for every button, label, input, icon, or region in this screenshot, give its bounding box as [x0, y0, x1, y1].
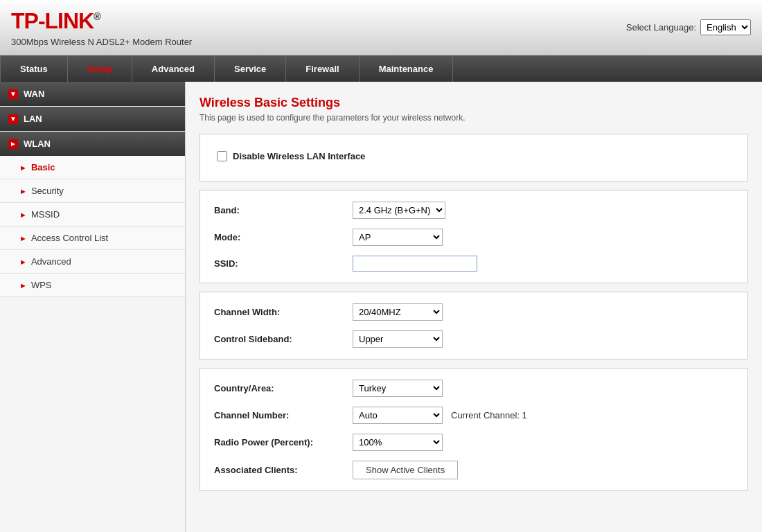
mode-row: Mode: AP: [214, 229, 734, 246]
channel-number-row: Channel Number: Auto Current Channel: 1: [214, 407, 734, 424]
sidebar-lan-label: LAN: [24, 114, 42, 124]
band-control: 2.4 GHz (B+G+N): [353, 202, 734, 219]
channel-width-control: 20/40MHZ: [353, 303, 734, 321]
disable-wireless-row: Disable Wireless LAN Interface: [214, 145, 734, 167]
channel-width-row: Channel Width: 20/40MHZ: [214, 303, 734, 321]
nav-service[interactable]: Service: [215, 55, 286, 82]
nav-setup[interactable]: Setup: [68, 55, 132, 82]
sidebar-header-wan[interactable]: ▼ WAN: [0, 82, 185, 106]
radio-power-control: 100%: [353, 434, 734, 451]
associated-clients-label: Associated Clients:: [214, 465, 353, 475]
sidebar-item-security[interactable]: ► Security: [0, 179, 185, 203]
section-country-power: Country/Area: Turkey Channel Number: Aut…: [200, 368, 748, 491]
country-row: Country/Area: Turkey: [214, 380, 734, 397]
channel-number-control: Auto Current Channel: 1: [353, 407, 734, 424]
nav-advanced[interactable]: Advanced: [132, 55, 215, 82]
channel-width-select[interactable]: 20/40MHZ: [353, 303, 443, 321]
logo-reg: ®: [94, 11, 100, 22]
sidebar-group-wlan: ► WLAN ► Basic ► Security ► MSSID ► Acce…: [0, 132, 185, 297]
nav-maintenance[interactable]: Maintenance: [360, 55, 454, 82]
advanced-bullet: ►: [19, 258, 27, 266]
associated-clients-control: Show Active Clients: [353, 461, 734, 479]
control-sideband-control: Upper: [353, 330, 734, 348]
disable-wireless-label: Disable Wireless LAN Interface: [233, 151, 365, 161]
ssid-label: SSID:: [214, 258, 353, 269]
country-select[interactable]: Turkey: [353, 380, 443, 397]
security-bullet: ►: [19, 187, 27, 195]
show-active-clients-button[interactable]: Show Active Clients: [353, 461, 458, 479]
section-channel: Channel Width: 20/40MHZ Control Sideband…: [200, 292, 748, 360]
sidebar-item-mssid[interactable]: ► MSSID: [0, 203, 185, 227]
sidebar-wps-label: WPS: [31, 280, 52, 290]
country-label: Country/Area:: [214, 383, 353, 393]
mode-control: AP: [353, 229, 734, 246]
acl-bullet: ►: [19, 234, 27, 242]
sidebar-header-wlan[interactable]: ► WLAN: [0, 132, 185, 156]
language-selector-area: Select Language: English: [626, 19, 751, 35]
logo-text: TP-LINK®: [11, 8, 100, 33]
basic-bullet: ►: [19, 163, 27, 172]
main-layout: ▼ WAN ▼ LAN ► WLAN ► Basic ► Security: [0, 82, 762, 532]
sidebar-mssid-label: MSSID: [31, 209, 60, 220]
sidebar: ▼ WAN ▼ LAN ► WLAN ► Basic ► Security: [0, 82, 186, 532]
nav-firewall[interactable]: Firewall: [286, 55, 359, 82]
main-nav: Status Setup Advanced Service Firewall M…: [0, 55, 762, 82]
current-channel-info: Current Channel: 1: [451, 410, 527, 420]
control-sideband-row: Control Sideband: Upper: [214, 330, 734, 348]
language-select[interactable]: English: [700, 19, 751, 35]
sidebar-group-wan: ▼ WAN: [0, 82, 185, 106]
page-title: Wireless Basic Settings: [200, 96, 748, 110]
lan-arrow: ▼: [8, 114, 18, 124]
mssid-bullet: ►: [19, 211, 27, 219]
ssid-row: SSID:: [214, 256, 734, 272]
radio-power-label: Radio Power (Percent):: [214, 437, 353, 447]
channel-number-label: Channel Number:: [214, 410, 353, 420]
section-band-mode-ssid: Band: 2.4 GHz (B+G+N) Mode: AP SSID:: [200, 190, 748, 283]
lang-label: Select Language:: [626, 22, 696, 33]
wps-bullet: ►: [19, 281, 27, 290]
nav-status[interactable]: Status: [0, 55, 68, 82]
sidebar-group-lan: ▼ LAN: [0, 107, 185, 131]
radio-power-row: Radio Power (Percent): 100%: [214, 434, 734, 451]
sidebar-wlan-label: WLAN: [24, 139, 51, 149]
channel-width-label: Channel Width:: [214, 307, 353, 317]
sidebar-item-acl[interactable]: ► Access Control List: [0, 227, 185, 250]
control-sideband-label: Control Sideband:: [214, 334, 353, 344]
sidebar-item-basic[interactable]: ► Basic: [0, 156, 185, 179]
sidebar-item-wps[interactable]: ► WPS: [0, 274, 185, 297]
band-label: Band:: [214, 205, 353, 215]
sidebar-advanced-label: Advanced: [31, 256, 71, 267]
wlan-arrow: ►: [8, 139, 18, 149]
country-control: Turkey: [353, 380, 734, 397]
page-desc: This page is used to configure the param…: [200, 113, 748, 123]
sidebar-basic-label: Basic: [31, 162, 55, 172]
ssid-input[interactable]: [353, 256, 477, 272]
band-row: Band: 2.4 GHz (B+G+N): [214, 202, 734, 219]
sidebar-security-label: Security: [31, 186, 64, 196]
sidebar-header-lan[interactable]: ▼ LAN: [0, 107, 185, 131]
control-sideband-select[interactable]: Upper: [353, 330, 443, 348]
content-area: SetupRouter.com Wireless Basic Settings …: [186, 82, 762, 532]
sidebar-item-advanced[interactable]: ► Advanced: [0, 250, 185, 274]
channel-number-select[interactable]: Auto: [353, 407, 443, 424]
disable-wireless-checkbox[interactable]: [217, 151, 227, 161]
logo: TP-LINK®: [11, 8, 192, 34]
mode-select[interactable]: AP: [353, 229, 443, 246]
model-text: 300Mbps Wireless N ADSL2+ Modem Router: [11, 37, 192, 47]
sidebar-wan-label: WAN: [24, 89, 44, 99]
radio-power-select[interactable]: 100%: [353, 434, 443, 451]
logo-area: TP-LINK® 300Mbps Wireless N ADSL2+ Modem…: [11, 8, 192, 47]
top-bar: TP-LINK® 300Mbps Wireless N ADSL2+ Modem…: [0, 0, 762, 55]
band-select[interactable]: 2.4 GHz (B+G+N): [353, 202, 445, 219]
ssid-control: [353, 256, 734, 272]
wan-arrow: ▼: [8, 89, 18, 99]
section-disable-wireless: Disable Wireless LAN Interface: [200, 134, 748, 181]
sidebar-acl-label: Access Control List: [31, 233, 108, 243]
mode-label: Mode:: [214, 232, 353, 242]
associated-clients-row: Associated Clients: Show Active Clients: [214, 461, 734, 479]
